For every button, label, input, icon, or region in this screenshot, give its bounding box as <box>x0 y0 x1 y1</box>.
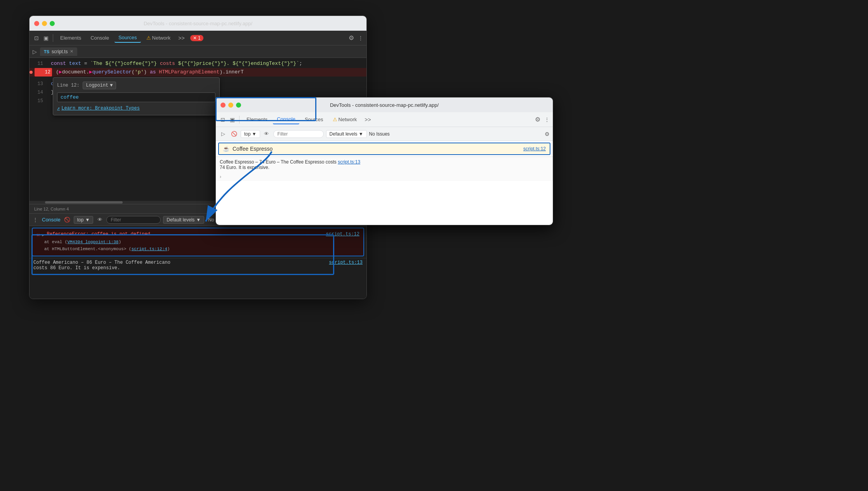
logpoint-header: Line 12: Logpoint ▼ <box>57 82 215 89</box>
error-x-icon-badge: ✕ <box>193 35 197 41</box>
error-icon: ✕ <box>36 232 40 238</box>
tab-sources-back[interactable]: Sources <box>115 33 141 43</box>
maximize-button-front[interactable] <box>236 103 241 108</box>
code-line-12: 12 (▶document.▶querySelector('p') as HTM… <box>30 68 366 77</box>
separator-1 <box>53 34 53 42</box>
tab-console-back[interactable]: Console <box>87 33 113 42</box>
minimize-button-front[interactable] <box>228 103 233 108</box>
console-section-back: ⋮ Console 🚫 top ▼ 👁 Default levels ▼ No … <box>30 213 366 299</box>
file-tab-label: script.ts <box>52 49 68 54</box>
separator-front <box>239 116 240 124</box>
error-stack: at eval (VM4394 logpoint:1:38) at HTMLBu… <box>36 239 359 252</box>
tab-sources-front[interactable]: Sources <box>301 115 327 124</box>
coffee-espresso-highlight-row: ☕ Coffee Espresso script.ts:12 <box>218 143 550 155</box>
coffee-espresso-text: Coffee Espresso <box>233 146 273 152</box>
close-button-back[interactable] <box>34 21 39 26</box>
console-top-dropdown[interactable]: top ▼ <box>74 216 94 224</box>
tab-network-back[interactable]: ⚠Network <box>142 33 175 42</box>
console-filter-input[interactable] <box>106 216 161 224</box>
tab-elements-back[interactable]: Elements <box>56 33 85 42</box>
log-link-americano[interactable]: script.ts:13 <box>329 260 363 271</box>
console-messages-back: ✕ ▶ ReferenceError: coffee is not define… <box>30 226 366 299</box>
inspector-icon-front[interactable]: ⊡ <box>219 116 227 124</box>
more-tabs-back[interactable]: >> <box>176 33 187 43</box>
settings-gear-front[interactable]: ⚙ <box>535 116 540 123</box>
more-options-back[interactable]: ⋮ <box>358 35 363 41</box>
stack-link-1[interactable]: VM4394 logpoint:1:38 <box>67 240 118 244</box>
title-bar-back: DevTools - consistent-source-map-pc.netl… <box>30 16 366 31</box>
settings-gear-back[interactable]: ⚙ <box>349 34 354 42</box>
devtools-toolbar-back: ⊡ ▣ Elements Console Sources ⚠Network >>… <box>30 31 366 45</box>
front-panel-icon[interactable]: ▷ <box>219 130 227 138</box>
console-error-row: ✕ ▶ ReferenceError: coffee is not define… <box>32 228 364 256</box>
devtools-toolbar-front: ⊡ ▣ Elements Console Sources ⚠Network >>… <box>216 112 553 127</box>
expand-arrow-icon[interactable]: ▶ <box>42 233 44 237</box>
console-levels-dropdown[interactable]: Default levels ▼ <box>163 216 204 224</box>
typescript-icon: TS <box>44 49 49 54</box>
traffic-lights-back <box>34 21 55 26</box>
traffic-lights-front <box>220 103 241 108</box>
coffee-espresso-log-line: Coffee Espresso – 74 Euro – The Coffee E… <box>216 157 553 172</box>
stack-line-2: at HTMLButtonElement.<anonymous> (script… <box>44 246 359 253</box>
front-console-messages: ☕ Coffee Espresso script.ts:12 Coffee Es… <box>216 141 553 225</box>
logpoint-input[interactable] <box>57 92 215 102</box>
front-filter-input[interactable] <box>273 130 324 138</box>
log-text-americano: Coffee Americano – 86 Euro – The Coffee … <box>33 260 170 271</box>
front-levels-dropdown[interactable]: Default levels ▼ <box>326 130 367 138</box>
tab-console-front[interactable]: Console <box>273 115 299 124</box>
learn-more-link[interactable]: ↗ Learn more: Breakpoint Types <box>57 105 215 111</box>
logpoint-popup: Line 12: Logpoint ▼ ↗ Learn more: Breakp… <box>53 77 220 115</box>
window-title-front: DevTools - consistent-source-map-pc.netl… <box>330 102 439 108</box>
close-button-front[interactable] <box>220 103 226 108</box>
console-label: Console <box>42 217 61 223</box>
console-menu-dots[interactable]: ⋮ <box>33 217 38 223</box>
front-no-issues: No Issues <box>369 131 390 137</box>
devtools-window-front: DevTools - consistent-source-map-pc.netl… <box>215 97 553 225</box>
error-message: ReferenceError: coffee is not defined <box>47 232 323 237</box>
front-top-dropdown[interactable]: top ▼ <box>241 130 260 138</box>
stack-link-2[interactable]: script.ts:12:4 <box>131 247 167 251</box>
window-title-back: DevTools - consistent-source-map-pc.netl… <box>144 21 252 26</box>
error-link-1[interactable]: script.ts:12 <box>326 232 359 237</box>
console-clear-icon[interactable]: 🚫 <box>63 216 71 224</box>
tab-network-front[interactable]: ⚠Network <box>329 115 361 124</box>
tab-elements-front[interactable]: Elements <box>243 115 271 124</box>
file-tab-script[interactable]: TS script.ts ✕ <box>40 47 77 56</box>
device-icon[interactable]: ▣ <box>42 34 50 42</box>
title-bar-front: DevTools - consistent-source-map-pc.netl… <box>216 98 553 112</box>
front-console-content: ▷ 🚫 top ▼ 👁 Default levels ▼ No Issues ⚙… <box>216 127 553 225</box>
maximize-button-back[interactable] <box>50 21 55 26</box>
log-text-espresso: Coffee Espresso – 74 Euro – The Coffee E… <box>220 159 360 170</box>
warning-icon-back: ⚠ <box>146 35 151 41</box>
scroll-thumb <box>45 201 123 204</box>
device-icon-front[interactable]: ▣ <box>228 116 236 124</box>
front-console-subtoolbar: ▷ 🚫 top ▼ 👁 Default levels ▼ No Issues ⚙ <box>216 127 553 141</box>
expand-row-arrow[interactable]: › <box>216 172 553 181</box>
more-tabs-front[interactable]: >> <box>362 115 373 124</box>
console-eye-icon[interactable]: 👁 <box>95 216 104 224</box>
inspector-icon[interactable]: ⊡ <box>33 34 40 42</box>
console-log-americano: Coffee Americano – 86 Euro – The Coffee … <box>30 258 366 272</box>
coffee-espresso-link[interactable]: script.ts:12 <box>523 146 546 151</box>
code-line-11: 11 const text = `The ${"{"}coffee{"}"} c… <box>30 59 366 68</box>
error-badge-back: ✕ 1 <box>190 35 203 41</box>
file-tab-bar: ▷ TS script.ts ✕ <box>30 45 366 58</box>
stack-line-1: at eval (VM4394 logpoint:1:38) <box>44 239 359 246</box>
more-options-front[interactable]: ⋮ <box>544 117 550 123</box>
minimize-button-back[interactable] <box>42 21 47 26</box>
panel-toggle-icon[interactable]: ▷ <box>33 49 37 55</box>
error-header: ✕ ▶ ReferenceError: coffee is not define… <box>36 232 359 238</box>
front-eye-icon[interactable]: 👁 <box>262 130 271 138</box>
front-clear-icon[interactable]: 🚫 <box>230 130 238 138</box>
cursor-position: Line 12, Column 4 <box>34 207 69 211</box>
front-settings-icon[interactable]: ⚙ <box>545 131 550 137</box>
file-tab-close[interactable]: ✕ <box>70 49 73 54</box>
log-link-espresso[interactable]: script.ts:13 <box>338 159 360 165</box>
logpoint-type-dropdown[interactable]: Logpoint ▼ <box>83 82 116 89</box>
coffee-icon: ☕ <box>223 146 229 152</box>
warning-icon-front: ⚠ <box>333 117 337 122</box>
